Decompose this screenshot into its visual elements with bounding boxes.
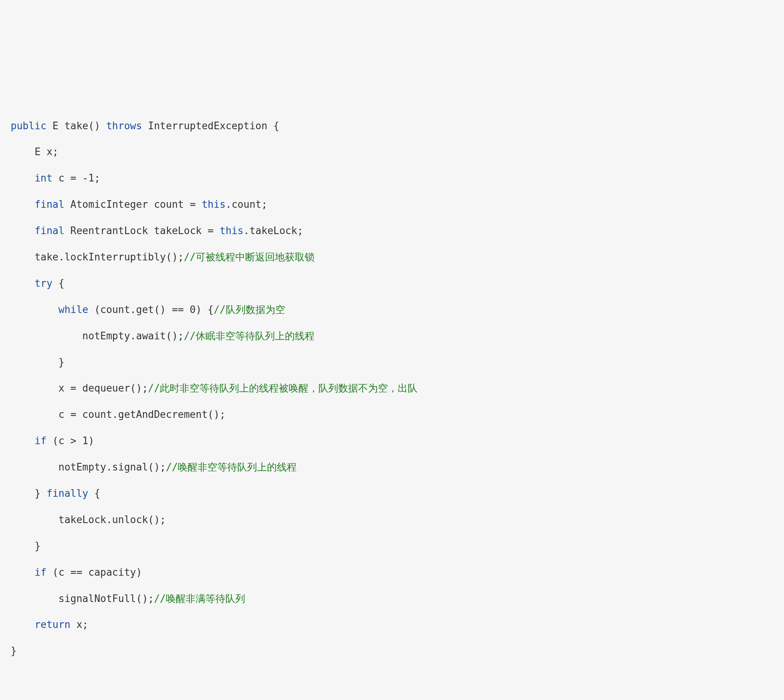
code-keyword: this — [220, 225, 244, 237]
code-comment: //此时非空等待队列上的线程被唤醒，队列数据不为空，出队 — [148, 382, 417, 394]
indent — [11, 461, 58, 473]
code-keyword: if — [35, 435, 47, 447]
code-line: E x; — [11, 139, 773, 165]
code-text: (count.get() == 0) { — [88, 304, 214, 315]
code-keyword: return — [35, 619, 70, 630]
code-text: E x; — [35, 146, 59, 157]
indent — [11, 540, 35, 552]
code-line: } — [11, 349, 773, 375]
code-text: InterruptedException { — [142, 120, 279, 132]
indent — [11, 172, 35, 184]
code-comment: //休眠非空等待队列上的线程 — [184, 330, 315, 342]
code-line: take.lockInterruptibly();//可被线程中断返回地获取锁 — [11, 244, 773, 270]
code-line: public E take() throws InterruptedExcept… — [11, 113, 773, 139]
code-block: public E take() throws InterruptedExcept… — [11, 113, 773, 665]
indent — [11, 198, 35, 210]
indent — [11, 567, 35, 578]
code-line: x = dequeuer();//此时非空等待队列上的线程被唤醒，队列数据不为空… — [11, 375, 773, 402]
code-line: return x; — [11, 612, 773, 638]
code-line: final ReentrantLock takeLock = this.take… — [11, 218, 773, 244]
code-text: signalNotFull(); — [58, 593, 153, 604]
code-text: .count; — [226, 198, 268, 210]
indent — [11, 251, 35, 263]
code-text: } — [35, 540, 41, 552]
code-text: } — [35, 488, 47, 499]
code-keyword: int — [35, 172, 53, 184]
indent — [11, 146, 35, 157]
code-keyword: this — [202, 198, 226, 210]
code-keyword: throws — [106, 120, 142, 132]
indent — [11, 357, 58, 368]
indent — [11, 330, 82, 342]
code-text: takeLock.unlock(); — [58, 514, 166, 525]
code-line: } finally { — [11, 480, 773, 507]
code-text: E take() — [47, 120, 107, 132]
code-text: notEmpty.signal(); — [58, 461, 166, 473]
code-line: notEmpty.signal();//唤醒非空等待队列上的线程 — [11, 454, 773, 480]
indent — [11, 488, 35, 499]
code-line: if (c == capacity) — [11, 559, 773, 586]
code-text: c = -1; — [53, 172, 100, 184]
code-line: c = count.getAndDecrement(); — [11, 402, 773, 428]
code-line: final AtomicInteger count = this.count; — [11, 192, 773, 218]
code-keyword: public — [11, 120, 47, 132]
code-comment: //队列数据为空 — [214, 304, 285, 315]
code-text: notEmpty.await(); — [82, 330, 184, 342]
code-text: { — [53, 278, 65, 289]
code-comment: //唤醒非满等待队列 — [154, 593, 245, 604]
code-keyword: while — [58, 304, 88, 315]
code-text: x; — [70, 619, 88, 630]
code-keyword: try — [35, 278, 53, 289]
indent — [11, 382, 58, 394]
code-comment: //可被线程中断返回地获取锁 — [184, 251, 315, 263]
code-line: while (count.get() == 0) {//队列数据为空 — [11, 297, 773, 323]
code-text: take.lockInterruptibly(); — [35, 251, 184, 263]
code-line: } — [11, 533, 773, 559]
code-line: try { — [11, 270, 773, 297]
indent — [11, 593, 58, 604]
indent — [11, 278, 35, 289]
indent — [11, 514, 58, 525]
code-text: { — [88, 488, 100, 499]
code-line: takeLock.unlock(); — [11, 507, 773, 533]
indent — [11, 435, 35, 447]
code-text: } — [58, 357, 65, 368]
code-line: if (c > 1) — [11, 428, 773, 454]
indent — [11, 225, 35, 237]
code-keyword: if — [35, 567, 47, 578]
indent — [11, 304, 58, 315]
code-text: (c == capacity) — [47, 567, 142, 578]
code-line: int c = -1; — [11, 165, 773, 192]
indent — [11, 619, 35, 630]
indent — [11, 409, 58, 420]
code-line: } — [11, 638, 773, 664]
code-text: ReentrantLock takeLock = — [65, 225, 220, 237]
code-comment: //唤醒非空等待队列上的线程 — [166, 461, 297, 473]
code-text: AtomicInteger count = — [65, 198, 202, 210]
code-text: (c > 1) — [47, 435, 94, 447]
code-line: notEmpty.await();//休眠非空等待队列上的线程 — [11, 323, 773, 349]
code-text: c = count.getAndDecrement(); — [58, 409, 225, 420]
code-text: } — [11, 645, 17, 657]
code-keyword: finally — [47, 488, 88, 499]
code-keyword: final — [35, 225, 65, 237]
code-text: .takeLock; — [244, 225, 304, 237]
code-text: x = dequeuer(); — [58, 382, 148, 394]
code-line: signalNotFull();//唤醒非满等待队列 — [11, 586, 773, 612]
code-keyword: final — [35, 198, 65, 210]
